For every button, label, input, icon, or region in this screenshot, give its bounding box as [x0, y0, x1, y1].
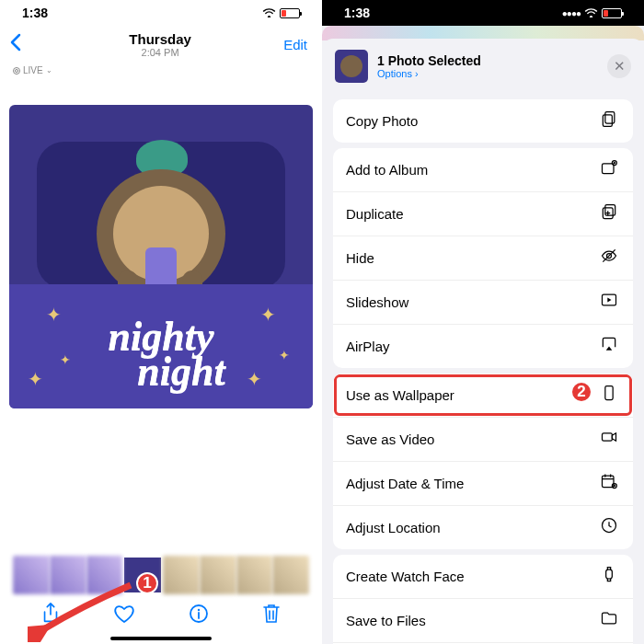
sheet-header: 1 Photo Selected Options › ✕ [322, 39, 644, 94]
airplay-icon [598, 335, 620, 358]
nav-title: Thursday [37, 31, 283, 47]
action-save-to-files[interactable]: Save to Files [333, 599, 633, 643]
share-sheet: 1 Photo Selected Options › ✕ Copy PhotoA… [322, 39, 644, 644]
svg-rect-6 [605, 205, 615, 216]
signal-icon: ●●●● [562, 8, 581, 18]
copy-icon [598, 109, 620, 132]
action-slideshow[interactable]: Slideshow [333, 281, 633, 325]
slideshow-icon [598, 291, 620, 314]
row-label: Duplicate [346, 206, 404, 222]
photo-view[interactable]: ✦ ✦ ✦ ✦ ✦ ✦ nighty night [9, 105, 313, 408]
location-icon [598, 516, 620, 539]
action-add-to-album[interactable]: Add to Album [333, 148, 633, 192]
watch-icon [598, 565, 620, 588]
wallpaper-icon [598, 384, 620, 407]
battery-icon [602, 8, 622, 18]
live-badge[interactable]: LIVE ⌄ [0, 63, 322, 77]
duplicate-icon [598, 202, 620, 225]
svg-rect-10 [605, 386, 613, 400]
action-airplay[interactable]: AirPlay [333, 325, 633, 368]
annotation-badge-1: 1 [136, 572, 158, 594]
row-label: Save as Video [346, 431, 434, 447]
action-use-as-wallpaper[interactable]: Use as Wallpaper2 [333, 374, 633, 418]
hide-icon [598, 247, 620, 270]
photo-caption: nighty night [9, 319, 313, 388]
close-button[interactable]: ✕ [607, 54, 631, 78]
sheet-options-link[interactable]: Options › [377, 68, 598, 79]
row-label: Add to Album [346, 162, 428, 178]
row-label: Use as Wallpaper [346, 387, 454, 403]
status-icons [262, 6, 300, 20]
wifi-icon [262, 6, 276, 20]
chevron-down-icon: ⌄ [46, 66, 52, 75]
nav-title-area: Thursday 2:04 PM [37, 31, 283, 58]
row-label: Adjust Location [346, 520, 441, 535]
delete-button[interactable] [262, 603, 281, 630]
row-label: Create Watch Face [346, 569, 465, 584]
video-icon [598, 428, 620, 451]
svg-rect-15 [606, 569, 613, 579]
svg-rect-11 [603, 433, 613, 441]
nav-bar: Thursday 2:04 PM Edit [0, 26, 322, 63]
action-create-watch-face[interactable]: Create Watch Face [333, 555, 633, 599]
row-label: Adjust Date & Time [346, 476, 464, 491]
annotation-badge-2: 2 [570, 381, 592, 403]
row-label: Save to Files [346, 613, 426, 628]
share-button[interactable] [41, 603, 60, 630]
live-icon [13, 67, 20, 75]
row-label: AirPlay [346, 339, 390, 354]
favorite-button[interactable] [113, 604, 135, 629]
sheet-thumbnail [335, 50, 368, 83]
status-bar: 1:38 ●●●● [322, 0, 644, 26]
status-bar: 1:38 [0, 0, 322, 26]
files-icon [598, 609, 620, 632]
calendar-icon [598, 472, 620, 495]
action-adjust-location[interactable]: Adjust Location [333, 506, 633, 549]
action-adjust-date-time[interactable]: Adjust Date & Time [333, 462, 633, 506]
svg-rect-2 [605, 112, 615, 124]
nav-subtitle: 2:04 PM [37, 47, 283, 58]
phone-screen-left: 1:38 Thursday 2:04 PM Edit LIVE ⌄ ✦ ✦ ✦ [0, 0, 322, 644]
action-duplicate[interactable]: Duplicate [333, 192, 633, 236]
battery-icon [280, 8, 300, 18]
album-icon [598, 158, 620, 181]
sheet-title: 1 Photo Selected [377, 53, 598, 68]
row-label: Slideshow [346, 294, 408, 310]
row-label: Hide [346, 250, 374, 266]
edit-button[interactable]: Edit [283, 37, 307, 52]
action-save-as-video[interactable]: Save as Video [333, 418, 633, 462]
status-time: 1:38 [22, 6, 48, 20]
svg-point-1 [198, 609, 200, 611]
status-time: 1:38 [344, 6, 370, 20]
bottom-toolbar [0, 600, 322, 633]
info-button[interactable] [189, 604, 209, 629]
action-hide[interactable]: Hide [333, 236, 633, 281]
phone-screen-right: 1:38 ●●●● 1 Photo Selected Options › ✕ C… [322, 0, 644, 644]
svg-rect-3 [603, 115, 612, 126]
back-button[interactable] [9, 33, 37, 57]
status-icons: ●●●● [562, 6, 622, 20]
home-indicator[interactable] [110, 637, 212, 640]
wifi-icon [584, 6, 598, 20]
row-label: Copy Photo [346, 113, 418, 129]
action-copy-photo[interactable]: Copy Photo [333, 99, 633, 143]
svg-rect-4 [603, 164, 615, 174]
thumbnail-strip[interactable] [13, 556, 309, 594]
